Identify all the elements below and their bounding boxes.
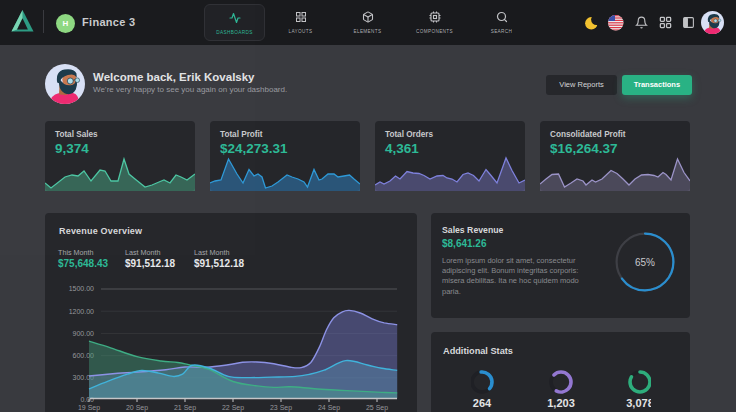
svg-text:264: 264 <box>473 397 492 409</box>
svg-text:900.00: 900.00 <box>73 330 95 337</box>
svg-text:25 Sep: 25 Sep <box>366 404 388 412</box>
svg-text:65%: 65% <box>635 256 655 267</box>
svg-text:21 Sep: 21 Sep <box>174 404 196 412</box>
svg-text:1200.00: 1200.00 <box>69 308 94 315</box>
svg-text:24 Sep: 24 Sep <box>318 404 340 412</box>
svg-text:1500.00: 1500.00 <box>69 285 94 292</box>
svg-text:20 Sep: 20 Sep <box>126 404 148 412</box>
svg-text:22 Sep: 22 Sep <box>222 404 244 412</box>
svg-text:3,078: 3,078 <box>626 397 651 409</box>
svg-text:19 Sep: 19 Sep <box>78 404 100 412</box>
svg-text:23 Sep: 23 Sep <box>270 404 292 412</box>
svg-text:1,203: 1,203 <box>547 397 575 409</box>
